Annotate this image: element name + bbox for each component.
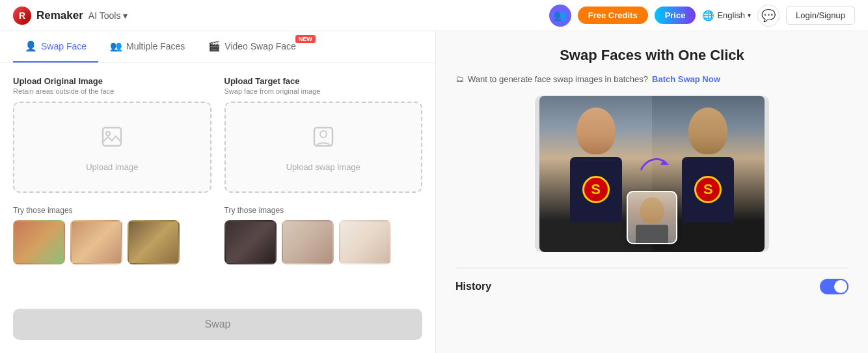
- tabs-container: 👤 Swap Face 👥 Multiple Faces 🎬 Video Swa…: [0, 31, 435, 63]
- history-title: History: [455, 281, 491, 292]
- multiple-faces-tab-icon: 👥: [110, 40, 122, 52]
- svg-point-1: [106, 132, 110, 135]
- chevron-down-icon: ▾: [123, 10, 128, 21]
- upload-target-icon: [309, 122, 338, 157]
- upload-original-title: Upload Original Image: [13, 76, 211, 86]
- globe-icon: 🌐: [702, 10, 714, 21]
- sample-target-images: [224, 220, 423, 264]
- swap-button-area: Swap: [0, 296, 435, 353]
- batch-notice: 🗂 Want to generate face swap images in b…: [455, 74, 848, 84]
- sample-target-3[interactable]: [339, 220, 391, 264]
- panel-title: Swap Faces with One Click: [455, 47, 848, 64]
- free-credits-button[interactable]: Free Credits: [578, 7, 648, 24]
- login-button[interactable]: Login/Signup: [786, 6, 855, 25]
- swap-button[interactable]: Swap: [13, 309, 422, 340]
- batch-layers-icon: 🗂: [455, 74, 464, 84]
- header-left: R Remaker AI Tools ▾: [13, 7, 128, 25]
- swap-face-tab-label: Swap Face: [41, 41, 87, 51]
- upload-original-placeholder: Upload image: [86, 162, 138, 172]
- upload-target-col: Upload Target face Swap face from origin…: [224, 76, 423, 193]
- tab-multiple-faces[interactable]: 👥 Multiple Faces: [98, 31, 197, 63]
- demo-overlay-face: [627, 191, 677, 244]
- sample-original-label: Try those images: [13, 206, 211, 215]
- sample-target-1[interactable]: [224, 220, 277, 264]
- ai-tools-label: AI Tools: [88, 10, 121, 21]
- face-body-left: S: [570, 157, 622, 222]
- logo-text: Remaker: [36, 9, 83, 22]
- sample-original-col: Try those images: [13, 206, 211, 264]
- swap-arrow: [638, 150, 670, 179]
- header: R Remaker AI Tools ▾ 👥 Free Credits Pric…: [0, 0, 868, 31]
- superman-logo-right: S: [694, 176, 722, 203]
- language-label: English: [717, 10, 745, 20]
- history-toggle[interactable]: [820, 279, 848, 294]
- sample-original-2[interactable]: [70, 220, 122, 264]
- upload-target-box[interactable]: Upload swap image: [224, 102, 423, 193]
- overlay-head: [640, 197, 664, 223]
- sample-section: Try those images Try those images: [0, 206, 435, 264]
- price-button[interactable]: Price: [655, 7, 696, 24]
- chat-button[interactable]: 💬: [757, 5, 780, 27]
- svg-point-3: [320, 131, 327, 137]
- sample-target-col: Try those images: [224, 206, 423, 264]
- demo-image-container: S S: [535, 96, 769, 252]
- face-body-right: S: [682, 157, 734, 222]
- tab-swap-face[interactable]: 👤 Swap Face: [13, 31, 98, 63]
- upload-original-box[interactable]: Upload image: [13, 102, 211, 193]
- upload-target-subtitle: Swap face from original image: [224, 87, 423, 95]
- multiple-faces-tab-label: Multiple Faces: [126, 41, 185, 51]
- sample-target-2[interactable]: [282, 220, 334, 264]
- language-selector[interactable]: 🌐 English ▾: [702, 10, 751, 21]
- face-head-right: [688, 107, 727, 154]
- overlay-body: [636, 225, 668, 243]
- batch-swap-link[interactable]: Batch Swap Now: [652, 74, 720, 84]
- history-section: History: [455, 268, 848, 294]
- superman-logo-left: S: [582, 176, 610, 203]
- upload-target-title: Upload Target face: [224, 76, 423, 86]
- upload-section: Upload Original Image Retain areas outsi…: [0, 63, 435, 206]
- main-layout: 👤 Swap Face 👥 Multiple Faces 🎬 Video Swa…: [0, 31, 868, 353]
- upload-original-icon: [98, 122, 126, 157]
- right-panel: Swap Faces with One Click 🗂 Want to gene…: [436, 31, 868, 353]
- sample-original-1[interactable]: [13, 220, 65, 264]
- upload-original-subtitle: Retain areas outside of the face: [13, 87, 211, 95]
- upload-target-placeholder: Upload swap image: [286, 162, 360, 172]
- video-swap-tab-icon: 🎬: [208, 40, 221, 52]
- toggle-knob: [834, 280, 847, 293]
- demo-composite: S S: [535, 96, 769, 252]
- lang-chevron-icon: ▾: [748, 12, 751, 19]
- group-icon[interactable]: 👥: [549, 5, 571, 27]
- new-badge: NEW: [295, 35, 316, 43]
- header-right: 👥 Free Credits Price 🌐 English ▾ 💬 Login…: [549, 5, 855, 27]
- batch-notice-text: Want to generate face swap images in bat…: [468, 74, 648, 84]
- svg-rect-0: [103, 128, 121, 146]
- upload-original-col: Upload Original Image Retain areas outsi…: [13, 76, 211, 193]
- ai-tools-menu[interactable]: AI Tools ▾: [88, 10, 128, 21]
- video-swap-tab-label: Video Swap Face: [224, 41, 295, 51]
- sample-original-images: [13, 220, 211, 264]
- left-panel: 👤 Swap Face 👥 Multiple Faces 🎬 Video Swa…: [0, 31, 436, 353]
- history-header: History: [455, 279, 848, 294]
- sample-target-label: Try those images: [224, 206, 423, 215]
- face-head-left: [576, 107, 616, 154]
- logo-icon[interactable]: R: [13, 7, 31, 25]
- swap-face-tab-icon: 👤: [25, 40, 37, 52]
- sample-original-3[interactable]: [128, 220, 180, 264]
- tab-video-swap-face[interactable]: 🎬 Video Swap Face NEW: [197, 31, 314, 63]
